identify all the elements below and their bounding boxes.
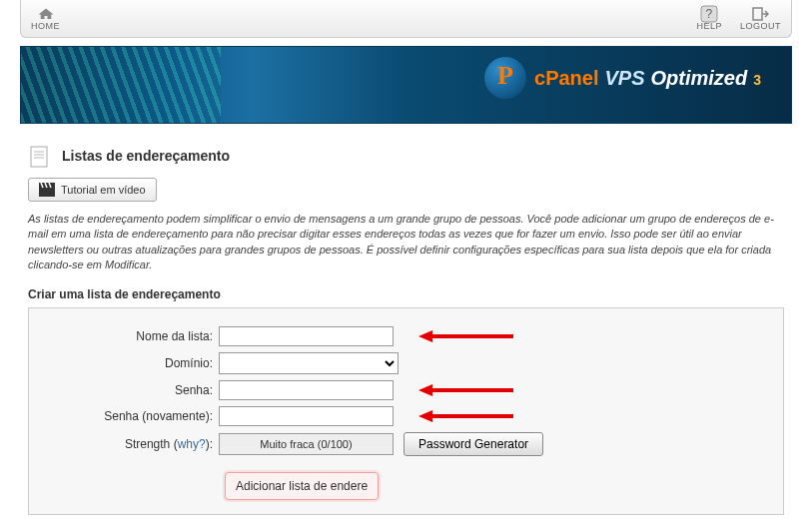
password-generator-button[interactable]: Password Generator [404, 432, 543, 456]
list-name-input[interactable] [219, 326, 394, 346]
svg-rect-7 [39, 188, 55, 197]
arrow-annotation-icon [418, 329, 513, 343]
brand-cpanel: cPanel [534, 67, 598, 90]
page-title: Listas de endereçamento [62, 148, 230, 164]
svg-rect-2 [753, 8, 762, 20]
form-section-title: Criar uma lista de endereçamento [28, 287, 784, 301]
list-name-label: Nome da lista: [49, 329, 219, 343]
svg-rect-3 [31, 147, 47, 167]
create-list-form: Nome da lista: Domínio: Senha: [28, 307, 784, 515]
brand-optimized: Optimized [651, 67, 748, 90]
domain-label: Domínio: [49, 356, 219, 370]
password2-label: Senha (novamente): [49, 409, 219, 423]
svg-marker-14 [418, 410, 432, 422]
logout-label: LOGOUT [740, 21, 781, 31]
tutorial-label: Tutorial em vídeo [61, 184, 146, 196]
logout-link[interactable]: LOGOUT [740, 7, 781, 31]
add-mailing-list-button[interactable]: Adicionar lista de endere [225, 472, 379, 500]
svg-marker-12 [418, 384, 432, 396]
mailing-list-icon [28, 144, 52, 168]
password-label: Senha: [49, 383, 219, 397]
home-icon [37, 7, 55, 21]
clapperboard-icon [39, 183, 55, 197]
domain-select[interactable] [219, 352, 399, 374]
help-link[interactable]: ? HELP [696, 7, 722, 31]
intro-text: As listas de endereçamento podem simplif… [28, 212, 784, 273]
help-label: HELP [696, 21, 722, 31]
video-tutorial-button[interactable]: Tutorial em vídeo [28, 178, 157, 202]
home-link[interactable]: HOME [31, 7, 60, 31]
arrow-annotation-icon [418, 383, 513, 397]
help-icon: ? [700, 7, 718, 21]
banner: cPanel VPS Optimized 3 CPANEL 11 [20, 46, 792, 124]
brand-vps: VPS [605, 67, 645, 90]
svg-marker-10 [418, 330, 432, 342]
home-label: HOME [31, 21, 60, 31]
brand-sub: 3 [753, 72, 761, 88]
arrow-annotation-icon [418, 409, 513, 423]
topbar: HOME ? HELP LOGOUT [20, 0, 792, 38]
password2-input[interactable] [219, 406, 394, 426]
content: Listas de endereçamento Tutorial em víde… [20, 144, 792, 515]
strength-meter: Muito fraca (0/100) [219, 433, 394, 455]
password-input[interactable] [219, 380, 394, 400]
logout-icon [751, 7, 769, 21]
svg-text:?: ? [706, 7, 713, 21]
brand-logo: cPanel VPS Optimized 3 [484, 57, 761, 99]
cpanel-tab: CPANEL 11 [85, 123, 180, 124]
cpanel-disc-icon [484, 57, 526, 99]
why-link[interactable]: why? [178, 437, 206, 451]
strength-label: Strength (why?): [49, 437, 219, 451]
